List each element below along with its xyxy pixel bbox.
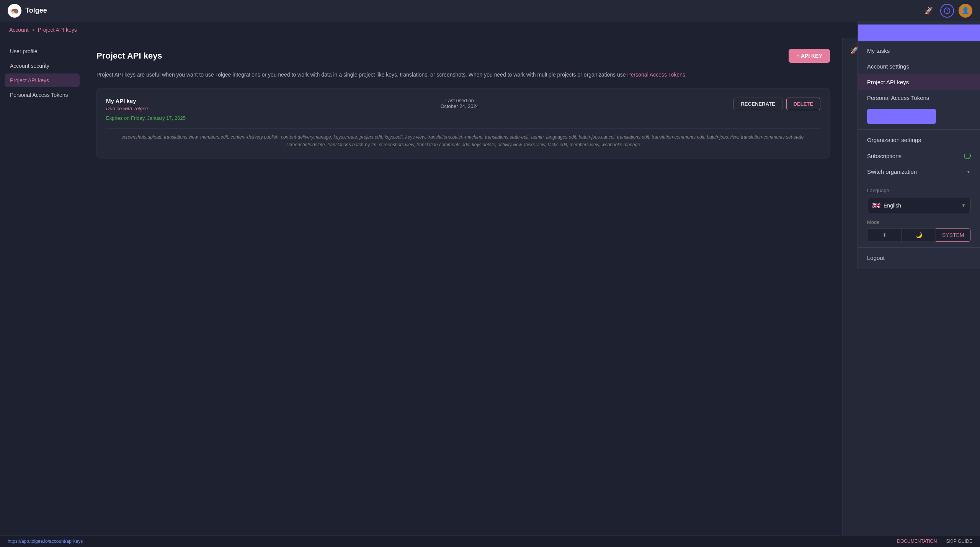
purple-cta-button[interactable] [867,109,936,124]
sidebar-item-user-profile[interactable]: User profile [5,44,80,58]
mode-light-button[interactable]: ☀ [867,229,902,242]
personal-access-tokens-link[interactable]: Personal Access Tokens [627,72,685,78]
dropdown-highlight-bar[interactable] [858,24,980,41]
statusbar-right: DOCUMENTATION SKIP GUIDE [897,539,972,544]
purple-cta-wrapper [858,106,980,127]
topnav: 🦔 Tolgee 🚀 👤 [0,0,980,21]
language-label: Language [858,185,980,195]
api-key-scopes: screenshots.upload, translations.view, m… [106,128,820,149]
dropdown-item-account-settings[interactable]: Account settings [858,59,980,74]
breadcrumb: Account > Project API keys [0,21,980,38]
mode-dark-button[interactable]: 🌙 [902,229,936,242]
api-card-actions: REGENERATE DELETE [733,98,820,110]
dropdown-item-subscriptions[interactable]: Subscriptions [858,148,980,164]
page-title: Project API keys [96,51,162,61]
description-text: Project API keys are useful when you wan… [96,70,830,79]
dropdown-item-org-settings[interactable]: Organization settings [858,132,980,148]
mode-row: Mode ☀ 🌙 SYSTEM [858,216,980,245]
api-key-subtitle: Dub.co with Tolgee [106,106,186,111]
lang-chevron-icon: ▼ [961,203,966,208]
main-content: Project API keys + API KEY Project API k… [84,38,842,547]
api-key-last-used: Last used on October 24, 2024 [440,98,479,109]
topnav-right: 🚀 👤 [922,4,972,18]
mode-buttons: ☀ 🌙 SYSTEM [867,228,971,242]
breadcrumb-current: Project API keys [38,27,77,33]
mode-label: Mode [867,219,971,225]
subscriptions-spinner-icon [964,152,971,159]
sidebar-item-account-security[interactable]: Account security [5,59,80,73]
api-key-expires: Expires on Friday, January 17, 2025 [106,114,186,122]
breadcrumb-parent[interactable]: Account [9,27,29,33]
delete-button[interactable]: DELETE [786,98,820,110]
api-key-card: My API key Dub.co with Tolgee Expires on… [96,88,830,158]
breadcrumb-separator: > [32,27,35,33]
language-row: 🇬🇧 English ▼ [858,195,980,216]
dropdown-item-personal-access-tokens[interactable]: Personal Access Tokens [858,90,980,106]
api-key-name: My API key [106,98,186,104]
lang-name: English [884,202,958,209]
api-card-top: My API key Dub.co with Tolgee Expires on… [106,98,820,122]
sidebar-item-project-api-keys[interactable]: Project API keys [5,73,80,87]
app-name: Tolgee [25,7,47,15]
app-logo[interactable]: 🦔 Tolgee [8,4,47,18]
statusbar: https://app.tolgee.io/account/apiKeys DO… [0,535,980,547]
dropdown-item-my-tasks[interactable]: My tasks [858,43,980,59]
dropdown-divider-2 [858,182,980,182]
dropdown-divider-1 [858,129,980,130]
add-api-key-button[interactable]: + API KEY [789,49,830,63]
activity-icon-btn[interactable] [940,4,954,18]
lang-flag-icon: 🇬🇧 [872,201,880,210]
logout-item[interactable]: Logout [858,250,980,266]
logo-icon: 🦔 [8,4,21,18]
sidebar-item-personal-access-tokens[interactable]: Personal Access Tokens [5,88,80,102]
user-avatar-btn[interactable]: 👤 [959,4,972,18]
documentation-button[interactable]: DOCUMENTATION [897,539,937,544]
sidebar: User profile Account security Project AP… [0,38,84,547]
rocket-icon-btn[interactable]: 🚀 [922,4,936,18]
chevron-down-icon: ▼ [966,169,971,175]
mode-system-button[interactable]: SYSTEM [936,229,970,242]
api-key-info: My API key Dub.co with Tolgee Expires on… [106,98,186,122]
language-selector[interactable]: 🇬🇧 English ▼ [867,198,971,213]
dropdown-item-project-api-keys[interactable]: Project API keys [858,74,980,90]
dropdown-item-switch-org[interactable]: Switch organization ▼ [858,164,980,180]
dropdown-divider-3 [858,247,980,248]
statusbar-url[interactable]: https://app.tolgee.io/account/apiKeys [8,539,83,544]
dropdown-menu: My tasks Account settings Project API ke… [858,21,980,269]
main-layout: User profile Account security Project AP… [0,38,980,547]
regenerate-button[interactable]: REGENERATE [733,98,782,110]
skip-guide-button[interactable]: SKIP GUIDE [946,539,972,544]
page-header: Project API keys + API KEY [96,49,830,63]
